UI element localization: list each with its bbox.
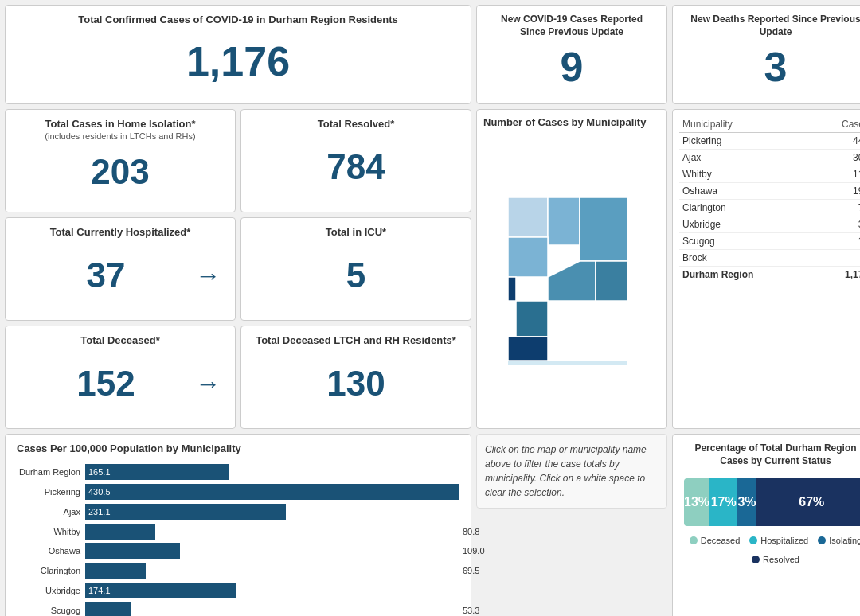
- legend-item-isolating: Isolating: [818, 536, 860, 545]
- map-svg: [492, 189, 651, 365]
- bar-value-inside: 174.1: [85, 586, 111, 595]
- bar-track: 174.1: [85, 583, 459, 598]
- bar-row: Pickering 430.5: [17, 484, 459, 500]
- status-segment-isolating: 3%: [737, 478, 756, 526]
- bar-fill: 165.1: [85, 464, 229, 480]
- svg-marker-2: [508, 237, 548, 277]
- muni-cases: 305: [814, 150, 860, 166]
- legend-dot: [818, 536, 826, 544]
- deceased-title: Total Deceased*: [17, 334, 224, 348]
- new-cases-value: 9: [488, 38, 655, 96]
- table-row[interactable]: Clarington72: [679, 200, 860, 216]
- icu-card: Total in ICU* 5: [240, 217, 471, 321]
- confirmed-cases-value: 1,176: [17, 27, 459, 96]
- bar-value-outside: 69.5: [459, 566, 479, 575]
- home-isolation-value: 203: [17, 141, 224, 204]
- resolved-title: Total Resolved*: [252, 118, 459, 131]
- new-deaths-value: 3: [684, 38, 860, 96]
- confirmed-cases-title: Total Confirmed Cases of COVID-19 in Dur…: [17, 14, 459, 27]
- bar-chart: Durham Region 165.1 Pickering 430.5 Ajax…: [17, 459, 459, 616]
- table-row[interactable]: Scugog12: [679, 233, 860, 250]
- muni-cases: 72: [814, 200, 860, 216]
- bar-chart-title: Cases Per 100,000 Population by Municipa…: [17, 443, 459, 456]
- municipality-map[interactable]: [483, 133, 660, 422]
- muni-total-cases: 1,176: [814, 267, 860, 283]
- table-row[interactable]: Oshawa193: [679, 183, 860, 200]
- legend-label: Isolating: [829, 536, 860, 545]
- muni-total-name: Durham Region: [679, 267, 814, 283]
- bar-value-outside: 53.3: [459, 606, 479, 615]
- muni-name: Pickering: [679, 133, 814, 150]
- new-cases-title: New COVID-19 Cases Reported Since Previo…: [488, 14, 655, 38]
- status-chart-title: Percentage of Total Durham Region Cases …: [684, 443, 860, 467]
- deceased-card: Total Deceased* 152 →: [5, 326, 236, 429]
- bar-track: 430.5: [85, 484, 459, 500]
- bar-track: 165.1: [85, 464, 459, 480]
- bar-label: Pickering: [17, 487, 80, 497]
- legend-dot: [752, 556, 760, 563]
- confirmed-cases-card: Total Confirmed Cases of COVID-19 in Dur…: [5, 5, 471, 104]
- svg-marker-6: [516, 301, 548, 337]
- resolved-card: Total Resolved* 784: [240, 109, 471, 212]
- status-bar: 13%17%3%67%: [684, 478, 860, 526]
- table-row[interactable]: Ajax305: [679, 150, 860, 166]
- muni-cases: 113: [814, 166, 860, 183]
- table-header-municipality: Municipality: [679, 116, 814, 133]
- arrow-to-icu: →: [195, 261, 224, 290]
- bar-track: 109.0: [85, 543, 459, 559]
- bar-track: 80.8: [85, 524, 459, 540]
- legend-item-deceased: Deceased: [690, 536, 741, 545]
- bar-row: Scugog 53.3: [17, 602, 459, 616]
- table-row[interactable]: Brock2: [679, 250, 860, 267]
- svg-marker-5: [596, 261, 627, 301]
- bar-label: Ajax: [17, 507, 80, 517]
- muni-name: Clarington: [679, 200, 814, 216]
- legend-label: Resolved: [763, 555, 799, 564]
- muni-name: Oshawa: [679, 183, 814, 200]
- status-segment-hospitalized: 17%: [710, 478, 737, 526]
- home-isolation-title: Total Cases in Home Isolation*: [17, 118, 224, 131]
- bar-track: 231.1: [85, 504, 459, 520]
- svg-rect-8: [508, 361, 627, 365]
- bar-value-inside: 430.5: [85, 487, 111, 497]
- bar-fill: [85, 563, 146, 579]
- status-chart-card: Percentage of Total Durham Region Cases …: [672, 434, 860, 616]
- legend-dot: [749, 536, 757, 544]
- icu-title: Total in ICU*: [252, 226, 459, 240]
- status-segment-resolved: 67%: [756, 478, 860, 526]
- bar-label: Whitby: [17, 527, 80, 536]
- table-row[interactable]: Pickering440: [679, 133, 860, 150]
- resolved-value: 784: [252, 131, 459, 204]
- muni-cases: 440: [814, 133, 860, 150]
- status-legend: Deceased Hospitalized Isolating Resolved: [684, 536, 860, 564]
- table-row[interactable]: Uxbridge39: [679, 216, 860, 233]
- deceased-ltch-card: Total Deceased LTCH and RH Residents* 13…: [240, 326, 471, 429]
- table-row[interactable]: Whitby113: [679, 166, 860, 183]
- bar-fill: [85, 543, 180, 559]
- legend-dot: [690, 536, 698, 544]
- svg-marker-4: [548, 261, 596, 301]
- new-deaths-card: New Deaths Reported Since Previous Updat…: [672, 5, 860, 104]
- svg-marker-1: [548, 197, 580, 245]
- legend-item-resolved: Resolved: [752, 555, 799, 564]
- arrow-to-deceased-ltch: →: [195, 369, 224, 399]
- bar-label: Durham Region: [17, 467, 80, 477]
- municipality-map-title: Number of Cases by Municipality: [483, 116, 660, 130]
- new-deaths-title: New Deaths Reported Since Previous Updat…: [684, 14, 860, 38]
- bar-track: 69.5: [85, 563, 459, 579]
- muni-name: Scugog: [679, 233, 814, 250]
- municipality-map-card[interactable]: Number of Cases by Municipality: [476, 109, 667, 429]
- deceased-value: 152: [17, 366, 195, 401]
- bar-fill: 231.1: [85, 504, 286, 520]
- map-note-area: Click on the map or municipality name ab…: [476, 434, 667, 616]
- map-note: Click on the map or municipality name ab…: [476, 434, 667, 509]
- bar-row: Ajax 231.1: [17, 504, 459, 520]
- bar-value-inside: 165.1: [85, 467, 111, 477]
- bar-fill: [85, 602, 131, 616]
- bar-label: Clarington: [17, 566, 80, 575]
- deceased-ltch-title: Total Deceased LTCH and RH Residents*: [252, 334, 459, 348]
- legend-label: Hospitalized: [760, 536, 808, 545]
- icu-value: 5: [252, 240, 459, 312]
- muni-name: Whitby: [679, 166, 814, 183]
- bar-value-outside: 80.8: [459, 527, 479, 536]
